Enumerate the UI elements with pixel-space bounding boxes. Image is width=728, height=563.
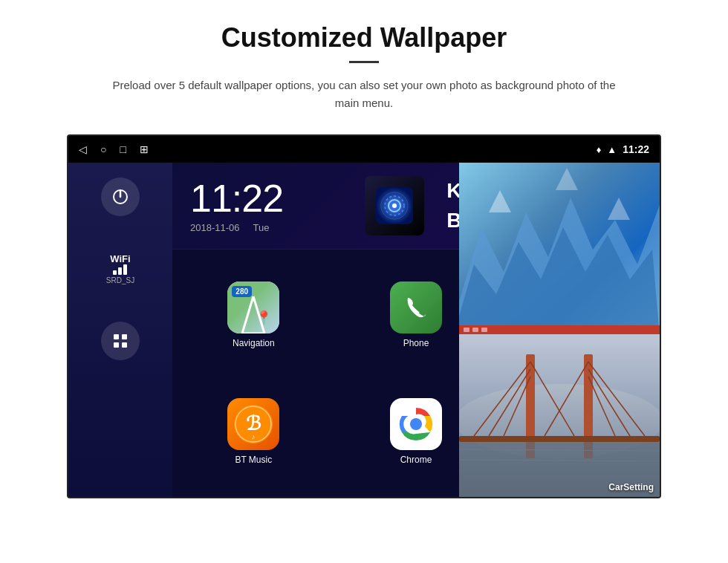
power-button[interactable]	[101, 178, 140, 216]
page-subtitle: Preload over 5 default wallpaper options…	[104, 77, 624, 112]
page-wrapper: Customized Wallpaper Preload over 5 defa…	[0, 0, 728, 513]
signal-icon: ▲	[607, 144, 617, 155]
app-bt-music[interactable]: ℬ ♪ BT Music	[172, 374, 335, 490]
nav-pin-icon: 📍	[256, 310, 272, 326]
svg-rect-2	[114, 334, 119, 339]
android-screen: ◁ ○ □ ⊞ ♦ ▲ 11:22	[67, 134, 661, 498]
wifi-bars	[113, 264, 127, 275]
left-sidebar: WiFi SRD_SJ	[68, 163, 172, 497]
svg-point-10	[392, 204, 397, 208]
location-icon: ♦	[597, 144, 602, 155]
clock-date-value: 2018-11-06	[190, 222, 240, 233]
right-thumbnails: CarSetting	[459, 163, 660, 497]
status-bar-right: ♦ ▲ 11:22	[597, 143, 649, 155]
photo-nav-icon[interactable]: ⊞	[140, 143, 149, 155]
page-title: Customized Wallpaper	[221, 22, 507, 53]
wallpaper-thumb-ice[interactable]	[459, 163, 660, 325]
svg-rect-52	[459, 436, 660, 442]
thumb-bar-dot-3	[481, 328, 487, 332]
title-divider	[349, 61, 379, 63]
phone-app-icon	[390, 282, 442, 333]
svg-point-26	[410, 418, 422, 430]
svg-text:ℬ: ℬ	[246, 412, 261, 435]
clock-block: 11:22 2018-11-06 Tue	[190, 179, 283, 233]
wifi-widget[interactable]: WiFi SRD_SJ	[106, 253, 134, 284]
apps-button[interactable]	[101, 322, 140, 360]
status-time: 11:22	[623, 143, 649, 155]
clock-time: 11:22	[190, 179, 283, 218]
svg-rect-4	[114, 342, 119, 348]
home-nav-icon[interactable]: ○	[100, 143, 106, 155]
thumb-bar-dot-1	[464, 328, 469, 332]
recents-nav-icon[interactable]: □	[120, 143, 126, 155]
wifi-ssid: SRD_SJ	[106, 276, 134, 284]
svg-rect-5	[122, 342, 127, 348]
svg-line-11	[242, 296, 253, 333]
phone-label: Phone	[403, 338, 429, 348]
screen-container: ◁ ○ □ ⊞ ♦ ▲ 11:22	[67, 134, 661, 498]
nav-map-bg: 280 📍	[227, 282, 279, 333]
chrome-label: Chrome	[400, 455, 432, 465]
status-bar: ◁ ○ □ ⊞ ♦ ▲ 11:22	[68, 136, 660, 163]
wifi-label: WiFi	[110, 253, 130, 264]
navigation-app-icon: 280 📍	[227, 282, 279, 333]
wallpaper-thumb-bridge[interactable]: CarSetting	[459, 334, 660, 497]
back-nav-icon[interactable]: ◁	[79, 143, 87, 155]
svg-rect-3	[122, 334, 127, 339]
chrome-app-icon	[390, 398, 442, 450]
app-navigation[interactable]: 280 📍 Navigatio	[172, 257, 335, 374]
wifi-bar-1	[113, 270, 117, 275]
btmusic-label: BT Music	[235, 455, 272, 465]
navigation-label: Navigation	[233, 338, 275, 348]
thumb-separator-bar	[459, 325, 660, 334]
thumb-bar-dot-2	[472, 328, 478, 332]
btmusic-app-icon: ℬ ♪	[227, 398, 279, 450]
main-display: WiFi SRD_SJ	[68, 163, 660, 497]
status-bar-left: ◁ ○ □ ⊞	[79, 143, 149, 155]
svg-text:♪: ♪	[252, 433, 256, 440]
carsetting-label: CarSetting	[608, 482, 654, 492]
wifi-bar-2	[118, 267, 122, 275]
clock-date: 2018-11-06 Tue	[190, 222, 283, 233]
wifi-bar-3	[123, 264, 127, 275]
clock-day-value: Tue	[253, 222, 270, 233]
media-widget	[365, 176, 424, 235]
